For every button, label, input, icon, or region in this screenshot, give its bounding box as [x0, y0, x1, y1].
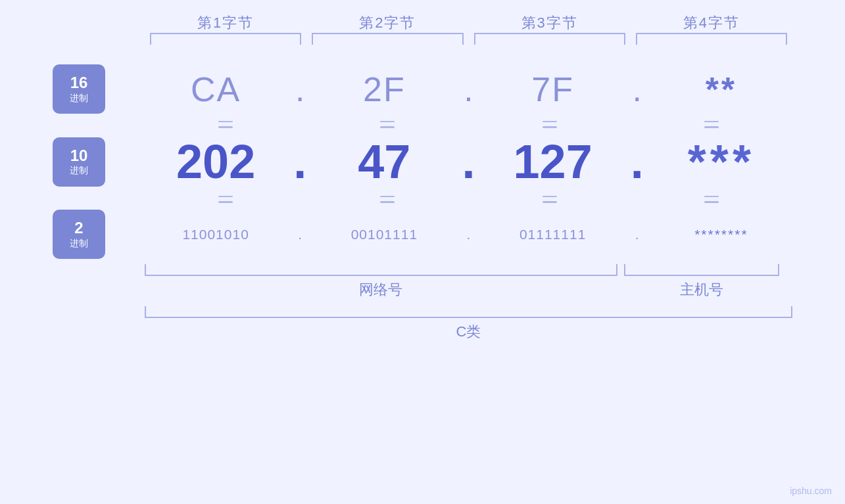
byte2-bracket — [312, 33, 463, 45]
hex-val4: ** — [706, 70, 737, 109]
dec-badge: 10 进制 — [53, 137, 105, 187]
byte3-label: 第3字节 — [521, 14, 578, 31]
hex-badge: 16 进制 — [53, 64, 105, 114]
dec-val1: 202 — [176, 135, 255, 189]
hex-val2: 2F — [363, 70, 406, 109]
byte1-bracket — [150, 33, 301, 45]
dec-sep3: . — [631, 135, 644, 188]
byte4-bracket — [636, 33, 787, 45]
network-label: 网络号 — [145, 280, 617, 300]
eq2-col4 — [631, 189, 792, 210]
dec-sep1: . — [293, 135, 306, 188]
eq2-col2 — [306, 189, 468, 210]
bin-val3: 01111111 — [519, 227, 586, 242]
bin-sep2: . — [467, 227, 471, 242]
eq1-col3 — [469, 114, 631, 135]
eq1-col1 — [145, 114, 306, 135]
eq1-col4 — [631, 114, 792, 135]
eq1-col2 — [306, 114, 468, 135]
class-bracket-area: C类 — [53, 306, 792, 342]
bin-badge: 2 进制 — [53, 210, 105, 259]
dec-badge-text: 进制 — [70, 165, 88, 177]
bottom-bracket-area: 网络号 主机号 — [53, 264, 792, 300]
dec-val2: 47 — [358, 135, 410, 189]
bin-val4: ******** — [694, 227, 748, 242]
dec-badge-number: 10 — [70, 147, 88, 166]
host-label: 主机号 — [624, 280, 779, 300]
class-label: C类 — [145, 322, 792, 342]
bin-val2: 00101111 — [351, 227, 418, 242]
network-bracket — [145, 264, 617, 276]
hex-val1: CA — [191, 70, 241, 109]
hex-badge-text: 进制 — [70, 93, 88, 104]
eq2-col3 — [469, 189, 631, 210]
hex-sep3: . — [633, 70, 642, 108]
bin-badge-number: 2 — [74, 219, 83, 238]
dec-val4: *** — [688, 135, 755, 189]
bin-sep3: . — [635, 227, 639, 242]
watermark: ipshu.com — [790, 486, 832, 496]
hex-sep1: . — [295, 70, 304, 108]
hex-badge-number: 16 — [70, 74, 88, 93]
hex-val3: 7F — [531, 70, 574, 109]
bin-sep1: . — [298, 227, 302, 242]
byte1-label: 第1字节 — [197, 14, 254, 31]
byte3-bracket — [474, 33, 625, 45]
dec-sep2: . — [462, 135, 475, 188]
bin-badge-text: 进制 — [70, 238, 88, 250]
class-bracket — [145, 306, 792, 318]
host-bracket — [624, 264, 779, 276]
byte4-label: 第4字节 — [683, 14, 740, 31]
dec-val3: 127 — [514, 135, 592, 189]
eq2-col1 — [145, 189, 306, 210]
byte2-label: 第2字节 — [359, 14, 416, 31]
bin-val1: 11001010 — [182, 227, 249, 242]
hex-sep2: . — [464, 70, 473, 108]
